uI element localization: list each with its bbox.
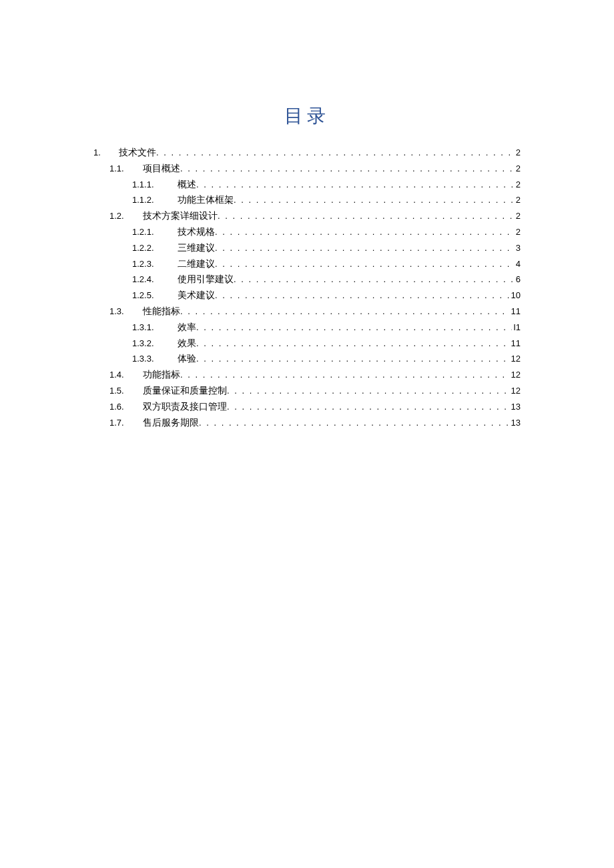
- toc-entry-label: 效果: [178, 336, 196, 352]
- toc-entry-label: 概述: [178, 177, 196, 193]
- toc-entry-page: 2: [515, 145, 521, 160]
- toc-entry-page: 13: [510, 416, 521, 430]
- toc-entry[interactable]: 1.3.1.效率I1: [93, 320, 521, 336]
- toc-leader-dots: [196, 336, 510, 351]
- toc-entry[interactable]: 1.3.3.体验12: [93, 351, 521, 367]
- toc-entry[interactable]: 1.1.2.功能主体框架2: [93, 192, 521, 208]
- toc-leader-dots: [227, 400, 510, 414]
- toc-entry-page: 11: [510, 336, 521, 351]
- toc-entry-label: 三维建议: [178, 240, 215, 256]
- toc-entry[interactable]: 1.2.4.使用引擎建议6: [93, 272, 521, 288]
- toc-entry[interactable]: 1.2.5.美术建议10: [93, 288, 521, 304]
- toc-entry-page: 11: [510, 304, 521, 319]
- toc-leader-dots: [218, 209, 515, 224]
- toc-entry[interactable]: 1.7.售后服务期限13: [93, 415, 521, 431]
- toc-entry[interactable]: 1.1.1.概述2: [93, 177, 521, 193]
- toc-entry-page: 13: [510, 400, 521, 414]
- toc-entry-label: 双方职责及接口管理: [143, 399, 227, 415]
- toc-entry[interactable]: 1.6.双方职责及接口管理13: [93, 399, 521, 415]
- toc-leader-dots: [215, 225, 515, 240]
- toc-entry-label: 使用引擎建议: [178, 272, 234, 288]
- toc-leader-dots: [215, 257, 515, 272]
- toc-entry-number: 1.: [93, 145, 119, 160]
- toc-entry-label: 技术规格: [178, 224, 215, 240]
- toc-entry-page: 3: [515, 241, 521, 256]
- toc-leader-dots: [215, 241, 515, 256]
- toc-entry-label: 二维建议: [178, 256, 215, 272]
- toc-entry[interactable]: 1.2.技术方案详细设计2: [93, 208, 521, 224]
- toc-entry-number: 1.2.2.: [132, 241, 178, 256]
- toc-entry-label: 性能指标: [143, 304, 180, 320]
- toc-entry-label: 售后服务期限: [143, 415, 199, 431]
- toc-leader-dots: [227, 384, 510, 398]
- toc-entry-label: 功能指标: [143, 367, 180, 383]
- toc-entry-page: 4: [515, 257, 521, 272]
- toc-entry-number: 1.1.: [109, 161, 143, 176]
- toc-leader-dots: [156, 145, 515, 160]
- toc-entry-number: 1.2.1.: [132, 225, 178, 240]
- toc-entry-number: 1.3.: [109, 304, 143, 319]
- toc-leader-dots: [180, 368, 510, 382]
- toc-leader-dots: [199, 416, 510, 430]
- toc-leader-dots: [196, 352, 510, 366]
- toc-entry[interactable]: 1.3.性能指标11: [93, 304, 521, 320]
- toc-entry-number: 1.2.5.: [132, 288, 178, 303]
- toc-entry-page: 12: [510, 368, 521, 382]
- toc-leader-dots: [180, 304, 510, 319]
- toc-entry-label: 功能主体框架: [178, 192, 234, 208]
- toc-entry-number: 1.7.: [109, 416, 143, 430]
- toc-entry-page: 12: [510, 384, 521, 398]
- toc-entry-page: 2: [515, 177, 521, 192]
- toc-entry-label: 质量保证和质量控制: [143, 383, 227, 399]
- toc-entry-number: 1.2.: [109, 209, 143, 224]
- toc-entry-number: 1.1.1.: [132, 177, 178, 192]
- toc-entry[interactable]: 1.2.3.二维建议4: [93, 256, 521, 272]
- toc-entry[interactable]: 1.3.2.效果11: [93, 336, 521, 352]
- toc-entry-number: 1.2.3.: [132, 257, 178, 272]
- toc-entry-page: 2: [515, 209, 521, 224]
- toc-entry[interactable]: 1.1.项目概述2: [93, 161, 521, 177]
- toc-entry-number: 1.6.: [109, 400, 143, 414]
- toc-entry-page: 2: [515, 225, 521, 240]
- toc-entry-label: 体验: [178, 351, 196, 367]
- toc-title: 目录: [93, 103, 521, 129]
- toc-entry-label: 美术建议: [178, 288, 215, 304]
- toc-entry-page: 2: [515, 161, 521, 176]
- toc-entry-label: 技术文件: [119, 145, 156, 161]
- toc-entry-page: 10: [510, 288, 521, 303]
- toc-entry-number: 1.3.3.: [132, 352, 178, 366]
- document-page: 目录 1.技术文件21.1.项目概述21.1.1.概述21.1.2.功能主体框架…: [0, 0, 614, 868]
- toc-leader-dots: [234, 193, 515, 207]
- toc-entry-number: 1.2.4.: [132, 272, 178, 287]
- toc-leader-dots: [196, 177, 515, 192]
- toc-entry-label: 技术方案详细设计: [143, 208, 218, 224]
- toc-entry-label: 项目概述: [143, 161, 180, 177]
- toc-leader-dots: [180, 161, 515, 176]
- toc-leader-dots: [234, 272, 515, 287]
- toc-entry-number: 1.3.2.: [132, 336, 178, 351]
- toc-leader-dots: [215, 288, 510, 303]
- toc-entry-number: 1.3.1.: [132, 320, 178, 335]
- toc-entry-label: 效率: [178, 320, 196, 336]
- toc-entry-number: 1.4.: [109, 368, 143, 382]
- table-of-contents: 1.技术文件21.1.项目概述21.1.1.概述21.1.2.功能主体框架21.…: [93, 145, 521, 430]
- toc-entry-page: I1: [512, 320, 521, 335]
- toc-entry[interactable]: 1.技术文件2: [93, 145, 521, 161]
- toc-leader-dots: [196, 320, 512, 335]
- toc-entry[interactable]: 1.4.功能指标12: [93, 367, 521, 383]
- toc-entry[interactable]: 1.2.2.三维建议3: [93, 240, 521, 256]
- toc-entry-page: 2: [515, 193, 521, 207]
- toc-entry[interactable]: 1.5.质量保证和质量控制12: [93, 383, 521, 399]
- toc-entry[interactable]: 1.2.1.技术规格2: [93, 224, 521, 240]
- toc-entry-number: 1.1.2.: [132, 193, 178, 207]
- toc-entry-page: 12: [510, 352, 521, 366]
- toc-entry-number: 1.5.: [109, 384, 143, 398]
- toc-entry-page: 6: [515, 272, 521, 287]
